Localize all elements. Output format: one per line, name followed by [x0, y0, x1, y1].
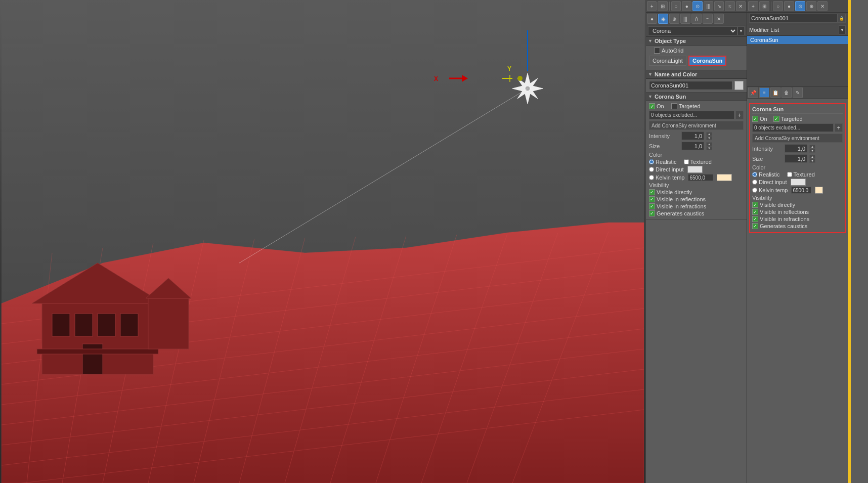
- toolbar2-circle-btn[interactable]: ●: [647, 14, 657, 24]
- cs-targeted-checkbox[interactable]: ✓: [773, 116, 779, 122]
- size-spinner[interactable]: ▲ ▼: [706, 142, 712, 150]
- intensity-input[interactable]: [681, 131, 704, 140]
- corona-light-btn[interactable]: CoronaLight: [649, 56, 686, 66]
- generates-caustics-check[interactable]: ✓: [649, 210, 655, 216]
- mod-toolbar-c3[interactable]: ⊙: [795, 1, 805, 11]
- toolbar2-ring-btn[interactable]: ◉: [658, 14, 668, 24]
- modifier-list-label-row: Modifier List ▼: [747, 24, 848, 36]
- cs-intensity-input[interactable]: [785, 144, 807, 153]
- name-input[interactable]: [649, 81, 732, 90]
- name-color-section-header[interactable]: ▼ Name and Color: [646, 70, 747, 79]
- mod-toolbar-c2[interactable]: ●: [784, 1, 794, 11]
- cs-on-checkbox[interactable]: ✓: [752, 116, 758, 122]
- mod-toolbar-x1[interactable]: ✕: [817, 1, 828, 11]
- toolbar-target-btn[interactable]: ⊙: [692, 1, 702, 11]
- autogrid-label[interactable]: AutoGrid: [654, 48, 683, 54]
- intensity-spinner[interactable]: ▲ ▼: [706, 132, 712, 140]
- cs-visible-reflections-check[interactable]: ✓: [752, 209, 758, 215]
- mod-edit-pin-btn[interactable]: 📌: [748, 87, 758, 98]
- intensity-down[interactable]: ▼: [706, 136, 712, 140]
- cs-kelvin-radio[interactable]: [752, 188, 757, 193]
- toolbar2-dot-btn[interactable]: ⊕: [669, 14, 679, 24]
- visible-directly-check[interactable]: ✓: [649, 189, 655, 195]
- cs-direct-input-radio[interactable]: [752, 180, 757, 185]
- cs-visible-refractions-check[interactable]: ✓: [752, 216, 758, 222]
- cs-kelvin-color[interactable]: [815, 187, 823, 194]
- mod-toolbar-c4[interactable]: ⊕: [806, 1, 816, 11]
- textured-checkbox[interactable]: [684, 159, 689, 164]
- dropdown-arrow[interactable]: ▼: [737, 26, 745, 35]
- toolbar-lines-btn[interactable]: |||: [704, 1, 713, 11]
- cs-visible-directly-check[interactable]: ✓: [752, 202, 758, 208]
- kelvin-input[interactable]: [688, 174, 713, 181]
- on-label[interactable]: ✓ On: [649, 103, 664, 109]
- toolbar2-wave-btn[interactable]: ~: [703, 14, 713, 24]
- cs-size-input[interactable]: [785, 154, 807, 163]
- corona-sun-section-header[interactable]: ▼ Corona Sun: [646, 93, 747, 101]
- corona-dropdown[interactable]: Corona: [648, 26, 737, 35]
- toolbar-wave1-btn[interactable]: ∿: [714, 1, 724, 11]
- toolbar-circle-btn[interactable]: ○: [671, 1, 681, 11]
- exclude-plus-btn[interactable]: +: [735, 111, 744, 119]
- cs-direct-input-color[interactable]: [791, 179, 806, 186]
- cs-realistic-radio[interactable]: [752, 172, 757, 177]
- cs-add-coronasky-btn[interactable]: Add CoronaSky environment: [752, 134, 843, 143]
- mod-edit-delete-btn[interactable]: 🗑: [782, 87, 792, 98]
- cs-size-spinner[interactable]: ▲ ▼: [809, 155, 815, 163]
- color-swatch[interactable]: [734, 81, 744, 90]
- kelvin-radio[interactable]: [649, 175, 654, 180]
- direct-input-radio[interactable]: [649, 167, 654, 172]
- cs-intensity-spinner[interactable]: ▲ ▼: [809, 145, 815, 153]
- modifier-name-input[interactable]: [749, 14, 838, 23]
- cs-size-down[interactable]: ▼: [809, 159, 815, 163]
- size-input[interactable]: [681, 142, 704, 150]
- mod-toolbar-grid[interactable]: ⊞: [759, 1, 769, 11]
- viewport-area[interactable]: X Y: [0, 0, 645, 483]
- mod-toolbar-add[interactable]: +: [748, 1, 758, 11]
- toolbar2-x2-btn[interactable]: ✕: [714, 14, 724, 24]
- mod-toolbar-c1[interactable]: ○: [773, 1, 783, 11]
- cs-kelvin-input[interactable]: [791, 187, 811, 194]
- object-type-section-header[interactable]: ▼ Object Type: [646, 37, 747, 46]
- cs-objects-excluded-btn[interactable]: 0 objects excluded...: [752, 123, 834, 132]
- realistic-radio[interactable]: [649, 159, 654, 164]
- toolbar-hierarchy-btn[interactable]: ⊞: [658, 1, 667, 11]
- toolbar2-tri-btn[interactable]: /\: [691, 14, 702, 24]
- modifier-lock-btn[interactable]: 🔒: [838, 14, 846, 23]
- cs-exclude-plus-btn[interactable]: +: [835, 123, 843, 132]
- cs-on-label[interactable]: ✓ On: [752, 116, 767, 122]
- cs-kelvin-text: Kelvin temp: [759, 187, 788, 193]
- cs-intensity-down[interactable]: ▼: [809, 149, 815, 153]
- realistic-text: Realistic: [656, 159, 677, 165]
- intensity-up[interactable]: ▲: [706, 132, 712, 136]
- cs-textured-checkbox[interactable]: [787, 172, 792, 177]
- direct-input-color[interactable]: [687, 166, 703, 173]
- add-coronasky-btn[interactable]: Add CoronaSky environment: [649, 121, 744, 130]
- toolbar-fill-btn[interactable]: ●: [682, 1, 691, 11]
- cs-targeted-label[interactable]: ✓ Targeted: [773, 116, 803, 122]
- kelvin-color[interactable]: [717, 174, 732, 181]
- toolbar-add-btn[interactable]: +: [647, 1, 657, 11]
- mod-edit-list-btn[interactable]: ≡: [759, 87, 769, 98]
- mod-edit-copy-btn[interactable]: 📋: [770, 87, 780, 98]
- toolbar-wave2-btn[interactable]: ≈: [725, 1, 734, 11]
- cs-intensity-up[interactable]: ▲: [809, 145, 815, 149]
- toolbar2-lines2-btn[interactable]: |||: [680, 14, 690, 24]
- corona-sun-btn[interactable]: CoronaSun: [688, 56, 726, 66]
- corona-sun-modifier-item[interactable]: CoronaSun: [747, 36, 848, 44]
- targeted-label[interactable]: Targeted: [671, 103, 701, 109]
- size-down[interactable]: ▼: [706, 146, 712, 150]
- cs-generates-caustics-check[interactable]: ✓: [752, 223, 758, 229]
- objects-excluded-btn[interactable]: 0 objects excluded...: [649, 111, 734, 119]
- mod-edit-config-btn[interactable]: ✎: [793, 87, 803, 98]
- toolbar-x-btn[interactable]: ✕: [736, 1, 746, 11]
- cs-size-up[interactable]: ▲: [809, 155, 815, 159]
- modifier-list-arrow[interactable]: ▼: [839, 25, 846, 34]
- size-up[interactable]: ▲: [706, 142, 712, 146]
- on-checkbox[interactable]: ✓: [649, 103, 655, 109]
- cs-realistic-row: Realistic Textured: [752, 171, 843, 178]
- autogrid-checkbox[interactable]: [654, 48, 660, 54]
- visible-reflections-check[interactable]: ✓: [649, 196, 655, 202]
- targeted-checkbox[interactable]: [671, 103, 677, 109]
- visible-refractions-check[interactable]: ✓: [649, 203, 655, 209]
